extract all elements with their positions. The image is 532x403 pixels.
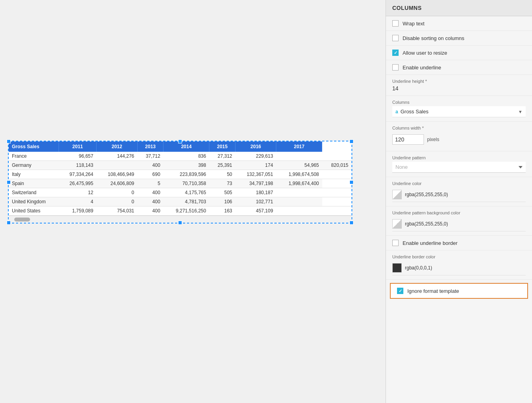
col-header-2012: 2012 <box>97 141 137 152</box>
ignore-format-template-row[interactable]: Ignore format template <box>390 283 528 299</box>
table-cell <box>97 161 137 170</box>
table-cell: 106 <box>209 197 236 206</box>
table-cell: 0 <box>97 197 137 206</box>
table-cell: United States <box>9 206 59 216</box>
underline-height-group: Underline height * 14 <box>386 75 532 96</box>
disable-sorting-row[interactable]: Disable sorting on columns <box>386 31 532 46</box>
columns-type-badge: a <box>395 109 398 115</box>
enable-underline-row[interactable]: Enable underline <box>386 60 532 75</box>
underline-color-value: rgba(255,255,255,0) <box>405 192 448 197</box>
chevron-down-icon: ▼ <box>518 109 522 114</box>
table-cell: 398 <box>163 161 209 170</box>
underline-border-color-row[interactable]: rgba(0,0,0,1) <box>392 261 526 275</box>
allow-resize-row[interactable]: Allow user to resize <box>386 46 532 60</box>
table-cell: 70,710,358 <box>163 179 209 188</box>
enable-underline-border-label: Enable underline border <box>403 240 458 246</box>
underline-pattern-bg-row[interactable]: rgba(255,255,255,0) <box>392 217 526 231</box>
table-cell <box>276 188 322 197</box>
table-cell: 4,781,703 <box>163 197 209 206</box>
columns-width-label: Columns width * <box>392 126 526 130</box>
table-row: France96,657144,27637,71283627,312229,61… <box>9 152 352 161</box>
underline-color-label: Underline color <box>392 181 526 186</box>
wrap-text-row[interactable]: Wrap text <box>386 16 532 31</box>
table-cell: 400 <box>137 197 163 206</box>
underline-pattern-bg-value: rgba(255,255,255,0) <box>405 221 448 227</box>
table-row: United States1,759,089754,0314009,271,51… <box>9 206 352 216</box>
handle-top-right[interactable] <box>350 139 353 143</box>
table-cell: 229,613 <box>236 152 276 161</box>
table-cell: 4,175,765 <box>163 188 209 197</box>
columns-label: Columns <box>392 100 526 105</box>
table-cell: 457,109 <box>236 206 276 216</box>
table-widget[interactable]: Gross Sales 2011 2012 2013 2014 2015 201… <box>8 141 352 223</box>
col-header-2016: 2016 <box>236 141 276 152</box>
underline-pattern-label: Underline pattern <box>392 155 526 160</box>
handle-top-center[interactable] <box>178 139 182 143</box>
enable-underline-checkbox[interactable] <box>392 64 399 71</box>
scroll-thumb[interactable] <box>14 218 30 222</box>
table-cell: 4 <box>59 197 97 206</box>
handle-mid-right[interactable] <box>350 180 353 184</box>
underline-height-value[interactable]: 14 <box>392 85 526 92</box>
table-cell: 24,606,809 <box>97 179 137 188</box>
ignore-format-template-label: Ignore format template <box>407 288 459 294</box>
underline-pattern-select[interactable]: None <box>392 162 526 173</box>
disable-sorting-label: Disable sorting on columns <box>403 35 464 41</box>
handle-mid-left[interactable] <box>7 180 11 184</box>
underline-color-row[interactable]: rgba(255,255,255,0) <box>392 187 526 202</box>
table-cell: 1,998,674,400 <box>276 179 322 188</box>
table-cell: 97,334,264 <box>59 170 97 179</box>
handle-bottom-right[interactable] <box>350 221 353 225</box>
table-cell: Germany <box>9 161 59 170</box>
col-header-2015: 2015 <box>209 141 236 152</box>
col-header-2011: 2011 <box>59 141 97 152</box>
allow-resize-checkbox[interactable] <box>392 50 399 56</box>
underline-pattern-group: Underline pattern None <box>386 151 532 177</box>
columns-selected-value: Gross Sales <box>401 109 516 115</box>
underline-color-swatch[interactable] <box>392 190 402 199</box>
table-row: Spain26,475,99524,606,809570,710,3587334… <box>9 179 352 188</box>
disable-sorting-checkbox[interactable] <box>392 35 399 41</box>
handle-bottom-center[interactable] <box>178 221 182 225</box>
underline-border-color-group: Underline border color rgba(0,0,0,1) <box>386 250 532 280</box>
table-cell: 12 <box>59 188 97 197</box>
wrap-text-checkbox[interactable] <box>392 20 399 27</box>
table-row: Switzerland1204004,175,765505180,187 <box>9 188 352 197</box>
handle-top-left[interactable] <box>7 139 11 143</box>
underline-border-color-label: Underline border color <box>392 254 526 259</box>
table-cell: 54,965 <box>276 161 322 170</box>
table-cell: 102,771 <box>236 197 276 206</box>
ignore-format-template-checkbox[interactable] <box>397 288 403 294</box>
table-cell: 27,312 <box>209 152 236 161</box>
table-cell: United Kingdom <box>9 197 59 206</box>
columns-group: Columns a Gross Sales ▼ <box>386 96 532 122</box>
table-cell: 73 <box>209 179 236 188</box>
underline-color-group: Underline color rgba(255,255,255,0) <box>386 177 532 206</box>
columns-width-group: Columns width * pixels <box>386 122 532 151</box>
columns-width-unit: pixels <box>427 137 439 142</box>
table-cell: 836 <box>163 152 209 161</box>
table-cell <box>276 152 322 161</box>
table-cell: 50 <box>209 170 236 179</box>
enable-underline-border-row[interactable]: Enable underline border <box>386 236 532 250</box>
wrap-text-label: Wrap text <box>403 21 424 27</box>
table-cell: 37,712 <box>137 152 163 161</box>
table-cell: 26,475,995 <box>59 179 97 188</box>
table-cell: 505 <box>209 188 236 197</box>
underline-border-color-value: rgba(0,0,0,1) <box>405 265 432 271</box>
underline-border-color-swatch[interactable] <box>392 263 402 273</box>
col-header-2013: 2013 <box>137 141 163 152</box>
table-cell: 180,187 <box>236 188 276 197</box>
columns-dropdown[interactable]: a Gross Sales ▼ <box>392 106 526 117</box>
col-header-2017: 2017 <box>276 141 322 152</box>
table-cell: 0 <box>97 188 137 197</box>
allow-resize-label: Allow user to resize <box>403 50 447 56</box>
table-cell: 144,276 <box>97 152 137 161</box>
handle-bottom-left[interactable] <box>7 221 11 225</box>
columns-width-input[interactable] <box>392 134 424 145</box>
table-cell: 400 <box>137 206 163 216</box>
table-cell: 223,839,596 <box>163 170 209 179</box>
enable-underline-border-checkbox[interactable] <box>392 240 399 246</box>
underline-pattern-bg-swatch[interactable] <box>392 219 402 229</box>
table-cell: 9,271,516,250 <box>163 206 209 216</box>
